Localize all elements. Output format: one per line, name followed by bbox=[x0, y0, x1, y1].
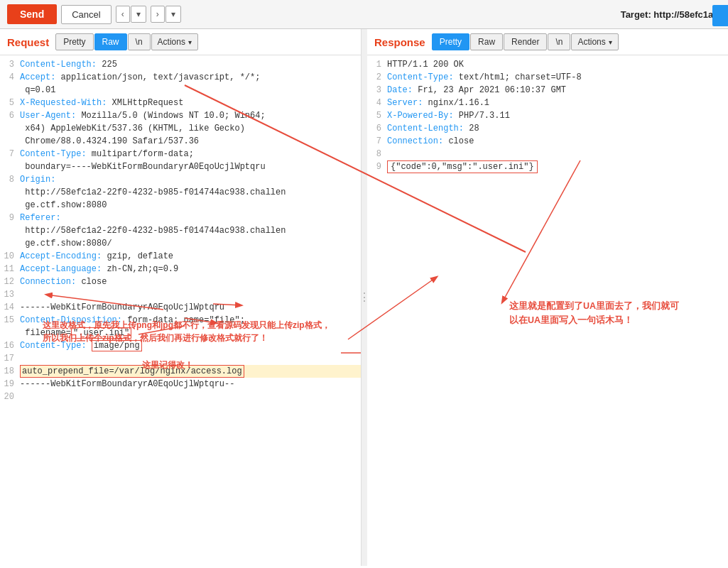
request-code-area[interactable]: 3 Content-Length: 225 4 Accept: applicat… bbox=[0, 55, 361, 566]
nav-forward-dropdown[interactable]: ▾ bbox=[165, 6, 181, 23]
request-line-18: 18 auto_prepend_file=/var/log/nginx/acce… bbox=[0, 365, 361, 378]
tab-response-render[interactable]: Render bbox=[504, 33, 547, 50]
main-panels: Request Pretty Raw \n Actions 3 Content-… bbox=[0, 29, 728, 566]
request-line-19: 19 ------WebKitFormBoundaryrA0EqoUcjlWpt… bbox=[0, 378, 361, 390]
request-line-7b: boundary=----WebKitFormBoundaryrA0EqoUcj… bbox=[0, 160, 361, 173]
tab-request-newline[interactable]: \n bbox=[128, 33, 151, 50]
request-line-15b: filename=".user.ini" bbox=[0, 327, 361, 339]
response-panel-header: Response Pretty Raw Render \n Actions bbox=[367, 29, 728, 55]
target-label: Target: http://58efc1a... bbox=[621, 9, 721, 20]
send-button[interactable]: Send bbox=[7, 4, 57, 24]
request-panel-title: Request bbox=[7, 36, 49, 48]
toolbar: Send Cancel ‹ ▾ › ▾ Target: http://58efc… bbox=[0, 0, 728, 29]
nav-back-group: ‹ ▾ bbox=[116, 6, 146, 23]
request-line-5: 5 X-Requested-With: XMLHttpRequest bbox=[0, 97, 361, 109]
response-line-9: 9 {"code":0,"msg":".user.ini"} bbox=[367, 160, 728, 173]
response-panel: Response Pretty Raw Render \n Actions 1 … bbox=[367, 29, 728, 566]
request-line-4b: q=0.01 bbox=[0, 84, 361, 97]
tab-response-actions[interactable]: Actions bbox=[571, 33, 618, 50]
response-line-8: 8 bbox=[367, 148, 728, 160]
request-line-8c: ge.ctf.show:8080 bbox=[0, 199, 361, 212]
response-line-7: 7 Connection: close bbox=[367, 135, 728, 148]
response-line-4: 4 Server: nginx/1.16.1 bbox=[367, 97, 728, 109]
request-line-6b: x64) AppleWebKit/537.36 (KHTML, like Gec… bbox=[0, 122, 361, 135]
panel-corner-icon bbox=[712, 5, 728, 26]
request-line-9c: ge.ctf.show:8080/ bbox=[0, 237, 361, 250]
request-line-8: 8 Origin: bbox=[0, 173, 361, 186]
response-line-1: 1 HTTP/1.1 200 OK bbox=[367, 58, 728, 71]
response-line-2: 2 Content-Type: text/html; charset=UTF-8 bbox=[367, 71, 728, 84]
request-line-8b: http://58efc1a2-22f0-4232-b985-f014744ac… bbox=[0, 186, 361, 199]
request-line-3: 3 Content-Length: 225 bbox=[0, 58, 361, 71]
cancel-button[interactable]: Cancel bbox=[61, 5, 111, 24]
request-line-20: 20 bbox=[0, 390, 361, 403]
request-line-9: 9 Referer: bbox=[0, 212, 361, 224]
request-line-12: 12 Connection: close bbox=[0, 275, 361, 288]
tab-response-pretty[interactable]: Pretty bbox=[432, 33, 469, 50]
request-line-9b: http://58efc1a2-22f0-4232-b985-f014744ac… bbox=[0, 224, 361, 237]
request-line-11: 11 Accept-Language: zh-CN,zh;q=0.9 bbox=[0, 263, 361, 275]
response-panel-title: Response bbox=[374, 36, 425, 48]
tab-request-pretty[interactable]: Pretty bbox=[55, 33, 93, 50]
request-line-17: 17 bbox=[0, 352, 361, 365]
panel-divider[interactable] bbox=[362, 29, 367, 566]
request-line-13: 13 bbox=[0, 288, 361, 301]
request-line-6: 6 User-Agent: Mozilla/5.0 (Windows NT 10… bbox=[0, 109, 361, 122]
request-line-6c: Chrome/88.0.4324.190 Safari/537.36 bbox=[0, 135, 361, 148]
tab-request-raw[interactable]: Raw bbox=[94, 33, 127, 50]
request-line-7: 7 Content-Type: multipart/form-data; bbox=[0, 148, 361, 160]
nav-forward-group: › ▾ bbox=[151, 6, 181, 23]
response-line-3: 3 Date: Fri, 23 Apr 2021 06:10:37 GMT bbox=[367, 84, 728, 97]
request-panel-header: Request Pretty Raw \n Actions bbox=[0, 29, 361, 55]
nav-forward-button[interactable]: › bbox=[151, 6, 165, 23]
request-line-15: 15 Content-Disposition: form-data; name=… bbox=[0, 314, 361, 327]
tab-response-newline[interactable]: \n bbox=[548, 33, 570, 50]
tab-request-actions[interactable]: Actions bbox=[151, 33, 198, 50]
nav-back-dropdown[interactable]: ▾ bbox=[131, 6, 146, 23]
response-line-6: 6 Content-Length: 28 bbox=[367, 122, 728, 135]
request-line-16: 16 Content-Type: image/png bbox=[0, 339, 361, 352]
tab-response-raw[interactable]: Raw bbox=[470, 33, 503, 50]
response-code-area[interactable]: 1 HTTP/1.1 200 OK 2 Content-Type: text/h… bbox=[367, 55, 728, 566]
nav-back-button[interactable]: ‹ bbox=[116, 6, 130, 23]
request-panel: Request Pretty Raw \n Actions 3 Content-… bbox=[0, 29, 362, 566]
request-line-14: 14 ------WebKitFormBoundaryrA0EqoUcjlWpt… bbox=[0, 301, 361, 314]
request-line-4: 4 Accept: application/json, text/javascr… bbox=[0, 71, 361, 84]
request-line-10: 10 Accept-Encoding: gzip, deflate bbox=[0, 250, 361, 263]
response-line-5: 5 X-Powered-By: PHP/7.3.11 bbox=[367, 109, 728, 122]
